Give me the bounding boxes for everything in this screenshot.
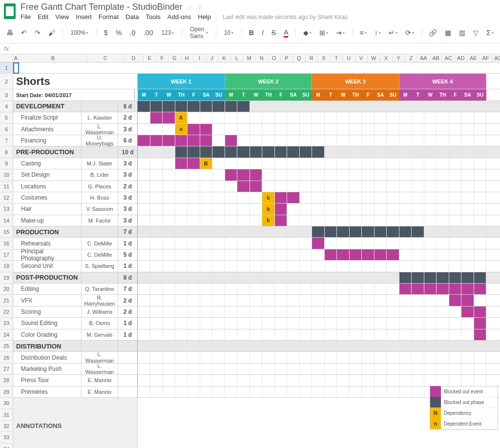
row-header-17[interactable]: 17 [0, 249, 13, 261]
zoom-select[interactable]: 100%▾ [68, 28, 92, 38]
day-cell[interactable] [461, 261, 474, 271]
day-cell[interactable] [375, 192, 387, 203]
day-cell[interactable] [262, 135, 275, 146]
day-cell[interactable] [200, 295, 213, 305]
day-cell[interactable] [350, 181, 362, 192]
day-cell[interactable] [138, 329, 150, 340]
col-header-N[interactable]: N [256, 54, 269, 62]
day-cell[interactable] [437, 306, 449, 317]
day-cell[interactable] [474, 261, 487, 271]
decimal-dec-icon[interactable]: .0̣ [127, 27, 138, 38]
day-cell[interactable] [225, 124, 238, 135]
day-cell[interactable] [175, 295, 188, 305]
day-cell[interactable] [337, 295, 350, 305]
day-cell[interactable] [150, 352, 163, 363]
day-cell[interactable] [337, 169, 350, 180]
day-cell[interactable] [461, 306, 474, 317]
day-cell[interactable] [287, 135, 300, 146]
day-cell[interactable] [237, 261, 250, 271]
day-cell[interactable] [337, 364, 350, 374]
row-header-9[interactable]: 9 [0, 158, 13, 169]
day-cell[interactable] [424, 158, 437, 169]
day-cell[interactable] [325, 306, 337, 317]
day-cell[interactable] [150, 364, 163, 374]
day-cell[interactable] [387, 124, 399, 135]
day-cell[interactable] [387, 215, 399, 226]
day-cell[interactable] [300, 261, 312, 271]
day-cell[interactable] [337, 272, 350, 283]
day-cell[interactable] [437, 272, 449, 283]
day-cell[interactable] [225, 169, 238, 180]
day-cell[interactable] [412, 306, 424, 317]
day-cell[interactable] [188, 341, 200, 351]
day-cell[interactable] [449, 375, 462, 386]
day-cell[interactable] [150, 272, 163, 283]
day-cell[interactable] [312, 375, 325, 386]
day-cell[interactable] [150, 112, 163, 123]
day-cell[interactable] [250, 204, 263, 214]
day-cell[interactable] [163, 341, 175, 351]
day-cell[interactable] [412, 341, 424, 351]
row-header-1[interactable]: 1 [0, 62, 13, 74]
day-cell[interactable] [325, 112, 337, 123]
day-cell[interactable] [312, 284, 325, 294]
day-cell[interactable] [337, 112, 350, 123]
day-cell[interactable] [350, 329, 362, 340]
day-cell[interactable] [424, 181, 437, 192]
day-cell[interactable] [412, 375, 424, 386]
day-cell[interactable] [200, 204, 213, 214]
day-cell[interactable] [325, 204, 337, 214]
day-cell[interactable] [362, 181, 375, 192]
day-cell[interactable] [262, 341, 275, 351]
day-cell[interactable] [212, 272, 225, 283]
day-cell[interactable] [150, 101, 163, 112]
fontsize-select[interactable]: 10▾ [221, 28, 236, 38]
day-cell[interactable] [275, 341, 288, 351]
day-cell[interactable] [212, 306, 225, 317]
day-cell[interactable] [175, 375, 188, 386]
day-cell[interactable] [424, 112, 437, 123]
day-cell[interactable] [262, 352, 275, 363]
day-cell[interactable] [461, 169, 474, 180]
day-cell[interactable] [188, 249, 200, 260]
day-cell[interactable] [424, 169, 437, 180]
day-cell[interactable] [188, 146, 200, 157]
day-cell[interactable] [150, 295, 163, 305]
day-cell[interactable] [262, 158, 275, 169]
day-cell[interactable] [287, 329, 300, 340]
day-cell[interactable] [362, 318, 375, 328]
day-cell[interactable] [225, 192, 238, 203]
day-cell[interactable] [287, 341, 300, 351]
day-cell[interactable] [200, 375, 213, 386]
day-cell[interactable] [150, 306, 163, 317]
sheets-logo-icon[interactable] [4, 3, 16, 19]
day-cell[interactable] [225, 204, 238, 214]
day-cell[interactable] [375, 169, 387, 180]
formula-bar[interactable]: fx [0, 43, 500, 54]
day-cell[interactable] [312, 306, 325, 317]
day-cell[interactable] [437, 375, 449, 386]
day-cell[interactable] [437, 226, 449, 237]
day-cell[interactable] [262, 375, 275, 386]
day-cell[interactable] [474, 215, 487, 226]
day-cell[interactable] [138, 158, 150, 169]
currency-icon[interactable]: $ [102, 27, 110, 38]
day-cell[interactable] [337, 261, 350, 271]
day-cell[interactable] [399, 306, 412, 317]
day-cell[interactable] [300, 101, 312, 112]
col-header-AC[interactable]: AC [442, 54, 455, 62]
day-cell[interactable] [262, 387, 275, 397]
day-cell[interactable] [138, 364, 150, 374]
day-cell[interactable] [138, 261, 150, 271]
day-cell[interactable] [399, 135, 412, 146]
day-cell[interactable] [225, 158, 238, 169]
day-cell[interactable] [225, 387, 238, 397]
day-cell[interactable] [188, 261, 200, 271]
col-header-AF[interactable]: AF [480, 54, 493, 62]
day-cell[interactable] [200, 101, 213, 112]
day-cell[interactable] [449, 135, 462, 146]
day-cell[interactable] [200, 341, 213, 351]
day-cell[interactable] [325, 158, 337, 169]
day-cell[interactable] [138, 215, 150, 226]
day-cell[interactable] [474, 272, 487, 283]
